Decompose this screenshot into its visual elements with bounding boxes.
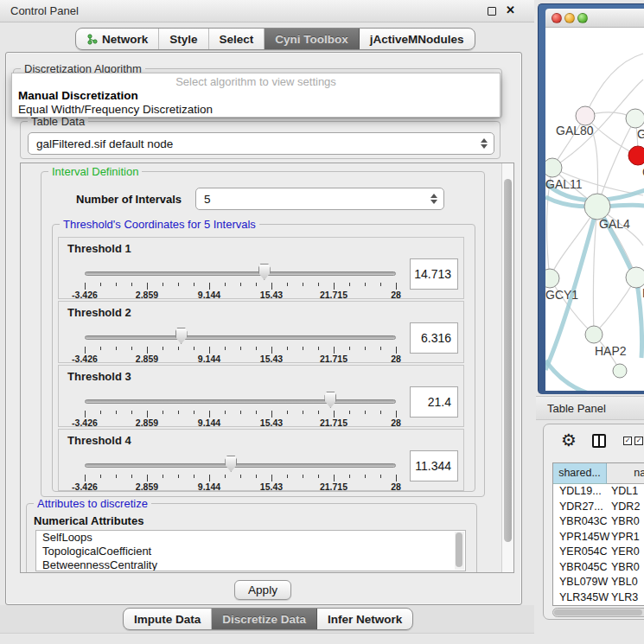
bottom-tab-impute-data[interactable]: Impute Data (124, 609, 212, 629)
threshold-value-input[interactable]: 11.344 (410, 450, 458, 481)
close-panel-icon[interactable]: ✕ (506, 3, 515, 16)
traffic-light-minimize-icon[interactable] (564, 13, 575, 23)
tab-cyni-toolbox[interactable]: Cyni Toolbox (265, 29, 360, 49)
cell-shared-name[interactable]: YBL079W (553, 575, 607, 590)
threshold-value-input[interactable]: 21.4 (410, 386, 458, 418)
network-icon (86, 34, 98, 45)
cell-name[interactable]: YIL0 (607, 605, 644, 606)
cell-name[interactable]: YPR1 (607, 530, 644, 545)
network-node-label: GA (637, 127, 644, 141)
cell-name[interactable]: YBL0 (607, 575, 644, 590)
threshold-value-input[interactable]: 14.713 (410, 258, 458, 290)
dropdown-option-equal-width-frequency[interactable]: Equal Width/Frequency Discretization (18, 103, 213, 116)
network-graph[interactable]: GAL80GACGAL11GAL4GCY1HHAP2 (545, 28, 644, 391)
list-scrollbar[interactable] (455, 532, 464, 570)
table-row[interactable]: YBR043CYBR0 (553, 514, 644, 530)
apply-button[interactable]: Apply (234, 580, 291, 600)
network-node[interactable] (576, 106, 595, 125)
table-row[interactable]: YLR345WYLR3 (553, 590, 644, 606)
threshold-slider[interactable]: -3.4262.8599.14415.4321.71528 (85, 454, 396, 490)
network-canvas[interactable]: GAL80GACGAL11GAL4GCY1HHAP2 (545, 28, 644, 391)
network-node[interactable] (584, 194, 610, 220)
slider-track[interactable] (85, 399, 396, 404)
cell-shared-name[interactable]: YDR27... (553, 500, 607, 515)
tab-select[interactable]: Select (209, 29, 265, 49)
table-row[interactable]: YBR045CYBR0 (553, 560, 644, 576)
traffic-light-zoom-icon[interactable] (577, 13, 588, 23)
attribute-list-item[interactable]: TopologicalCoefficient (36, 545, 465, 558)
dropdown-placeholder-option[interactable]: Select algorithm to view settings (12, 75, 500, 88)
attribute-list-item[interactable]: SelfLoops (36, 531, 465, 545)
network-node[interactable] (628, 146, 644, 165)
network-node[interactable] (545, 269, 559, 288)
control-panel-title: Control Panel (10, 4, 79, 17)
network-node[interactable] (585, 326, 603, 343)
tick-label: 21.715 (320, 481, 348, 492)
tick-label: 21.715 (320, 418, 348, 428)
network-edge[interactable] (585, 54, 643, 116)
threshold-value-input[interactable]: 6.316 (410, 322, 458, 354)
float-panel-icon[interactable] (488, 7, 496, 16)
slider-thumb-icon[interactable] (258, 264, 271, 280)
dropdown-option-manual-discretization[interactable]: Manual Discretization (18, 89, 138, 102)
tab-cyni-toolbox-label: Cyni Toolbox (275, 33, 348, 46)
network-node[interactable] (613, 364, 627, 378)
slider-track[interactable] (85, 463, 396, 468)
threshold-slider[interactable]: -3.4262.8599.14415.4321.71528 (85, 390, 396, 426)
cell-name[interactable]: YER0 (607, 545, 644, 560)
table-row[interactable]: YDR27...YDR2 (553, 500, 644, 515)
network-node[interactable] (545, 158, 562, 177)
bottom-tab-infer-network[interactable]: Infer Network (317, 609, 412, 629)
cell-shared-name[interactable]: YPR145W (553, 530, 607, 545)
network-edge[interactable] (550, 278, 594, 335)
table-row[interactable]: YDL19...YDL1 (553, 484, 644, 500)
cell-shared-name[interactable]: YER054C (553, 545, 607, 560)
threshold-slider[interactable]: -3.4262.8599.14415.4321.71528 (85, 326, 396, 362)
node-table[interactable]: shared... name YDL19...YDL1YDR27...YDR2Y… (552, 462, 644, 606)
cell-shared-name[interactable]: YDL19... (553, 484, 607, 500)
cell-shared-name[interactable]: YLR345W (553, 590, 607, 606)
number-of-intervals-spinner[interactable]: 5 (195, 188, 444, 210)
tab-jactivemnodules[interactable]: jActiveMNodules (360, 29, 475, 49)
slider-track[interactable] (85, 271, 396, 276)
column-header-name[interactable]: name (607, 463, 644, 484)
cell-name[interactable]: YBR0 (607, 514, 644, 530)
scrollbar-thumb[interactable] (504, 179, 512, 542)
table-data-combobox[interactable]: galFiltered.sif default node (28, 132, 494, 155)
cell-shared-name[interactable]: YIL053C (553, 605, 607, 606)
network-node[interactable] (626, 109, 644, 128)
settings-scrollpane: Interval Definition Number of Intervals … (20, 163, 514, 573)
bottom-tab-discretize-data[interactable]: Discretize Data (212, 609, 317, 629)
cell-name[interactable]: YDR2 (607, 500, 644, 515)
traffic-light-close-icon[interactable] (552, 13, 562, 23)
gear-icon[interactable]: ⚙ (561, 431, 577, 449)
horizontal-scrollbar[interactable] (552, 608, 644, 617)
table-row[interactable]: YER054CYER0 (553, 545, 644, 560)
cell-shared-name[interactable]: YBR043C (553, 514, 607, 530)
cell-name[interactable]: YLR3 (607, 590, 644, 606)
slider-thumb-icon[interactable] (324, 392, 336, 408)
network-edge-thick[interactable] (636, 277, 642, 358)
threshold-slider[interactable]: -3.4262.8599.14415.4321.71528 (85, 262, 396, 298)
columns-icon[interactable] (592, 434, 606, 448)
table-row[interactable]: YPR145WYPR1 (553, 530, 644, 545)
tab-style[interactable]: Style (159, 29, 208, 49)
cell-name[interactable]: YBR0 (607, 560, 644, 576)
slider-thumb-icon[interactable] (225, 456, 237, 472)
table-row[interactable]: YBL079WYBL0 (553, 575, 644, 590)
tab-network[interactable]: Network (76, 29, 159, 49)
attribute-list-item[interactable]: BetweennessCentrality (36, 558, 465, 571)
slider-thumb-icon[interactable] (175, 328, 188, 344)
slider-track[interactable] (85, 335, 396, 340)
scrollbar-thumb[interactable] (554, 609, 642, 615)
select-columns-icon[interactable]: ✓ ✓ (623, 437, 643, 445)
column-header-shared-name[interactable]: shared... (553, 463, 607, 484)
network-node[interactable] (626, 267, 644, 288)
cell-name[interactable]: YDL1 (607, 484, 644, 500)
vertical-scrollbar[interactable] (501, 163, 513, 572)
table-toolbar: ⚙ ✓ ✓ (544, 424, 644, 461)
attributes-list[interactable]: SelfLoopsTopologicalCoefficientBetweenne… (35, 530, 466, 571)
cell-shared-name[interactable]: YBR045C (553, 560, 607, 576)
threshold-panel: Threshold 4-3.4262.8599.14415.4321.71528… (58, 429, 464, 491)
table-row[interactable]: YIL053CYIL0 (553, 605, 644, 606)
